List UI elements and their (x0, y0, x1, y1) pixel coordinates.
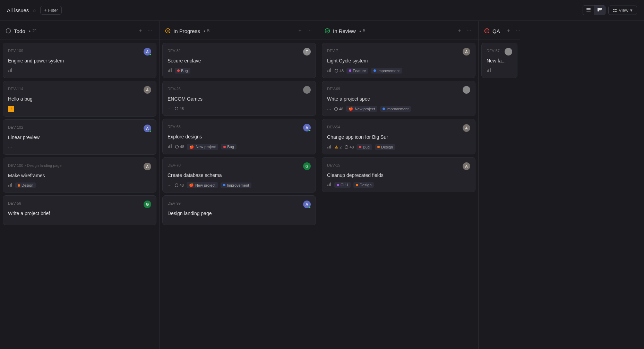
card-id: DEV-54 (327, 125, 340, 129)
card-id: DEV-109 (8, 49, 23, 53)
column-more-button[interactable]: ··· (306, 27, 313, 35)
card-header: DEV-68 A (168, 124, 311, 131)
svg-rect-3 (598, 8, 599, 11)
avatar: G (303, 162, 311, 170)
filter-button[interactable]: + Filter (40, 6, 62, 15)
column-count-inreview: ▲ 5 (359, 28, 366, 33)
avatar: A (303, 124, 311, 131)
card[interactable]: DEV-109 A Engine and power system (3, 43, 156, 78)
svg-rect-7 (615, 9, 617, 10)
column-cards-inreview: DEV-7 A Light Cycle system 48 Feature Im… (319, 40, 478, 349)
card-title: Write a project brief (8, 210, 151, 217)
bar-chart-icon (327, 144, 332, 150)
card-title: Engine and power system (8, 58, 151, 65)
svg-rect-25 (171, 144, 172, 148)
qa-status-icon (484, 28, 490, 34)
column-more-button[interactable]: ··· (514, 27, 520, 35)
avatar (303, 86, 311, 94)
column-title-qa: QA (492, 28, 500, 34)
card[interactable]: DEV-68 A Explore designs 48 🍎 New projec… (162, 119, 316, 154)
tag: Design (375, 144, 395, 150)
card-id: DEV-69 (327, 87, 340, 91)
card-id: DEV-32 (168, 49, 181, 53)
card-footer: ! 2 48 Bug Design (327, 144, 470, 150)
card[interactable]: DEV-32 T Secure enclave Bug (162, 43, 316, 78)
card-title: Write a project spec (327, 96, 470, 103)
card[interactable]: DEV-7 A Light Cycle system 48 Feature Im… (322, 43, 475, 78)
dots-icon: ··· (8, 145, 12, 150)
tag: 🍎 New project (187, 144, 218, 150)
card[interactable]: DEV-15 A Cleanup deprecated fields CLU D… (322, 157, 475, 193)
view-button[interactable]: View ▾ (608, 6, 637, 15)
card-footer: 48 Feature Improvement (327, 68, 470, 74)
card-title: Create database schema (168, 172, 311, 179)
card-title: Cleanup deprecated fields (327, 172, 470, 179)
card[interactable]: DEV-57 New fa... (481, 43, 517, 78)
add-card-button[interactable]: + (137, 27, 143, 35)
card-title: Hello a bug (8, 96, 151, 103)
card-title: Light Cycle system (327, 58, 470, 65)
card[interactable]: DEV-26 ENCOM Games ··· 48 (162, 81, 316, 116)
todo-status-icon (6, 28, 11, 34)
card[interactable]: DEV-69 Write a project spec ··· 48 🍎 New… (322, 81, 475, 117)
dots-icon: ··· (168, 106, 172, 111)
card-id: DEV-15 (327, 163, 340, 167)
topbar-right: View ▾ (583, 5, 637, 15)
svg-rect-21 (171, 68, 172, 72)
card-breadcrumb: › Design landing page (25, 163, 62, 168)
add-card-button[interactable]: + (297, 27, 303, 35)
svg-rect-6 (613, 9, 615, 10)
column-inreview: In Review ▲ 5 + ··· DEV-7 A Light Cycle … (319, 21, 479, 349)
card[interactable]: DEV-99 A Design landing page (162, 195, 316, 225)
cycle-icon: 48 (344, 145, 354, 149)
card[interactable]: DEV-70 G Create database schema ··· 48 🍎… (162, 157, 316, 193)
tag: 🍎 New project (346, 106, 377, 112)
inreview-status-icon (325, 28, 330, 34)
card[interactable]: DEV-114 A Hello a bug ! (3, 81, 156, 117)
card-footer: ··· 48 (168, 106, 311, 111)
card-header: DEV-26 (168, 86, 311, 94)
tag: Bug (175, 68, 190, 74)
svg-rect-4 (599, 8, 601, 10)
add-card-button[interactable]: + (456, 27, 462, 35)
column-more-button[interactable]: ··· (146, 27, 154, 35)
column-title-inprogress: In Progress (173, 28, 200, 34)
avatar: A (463, 124, 470, 132)
svg-rect-13 (11, 68, 12, 72)
column-more-button[interactable]: ··· (465, 27, 473, 35)
card-footer: ! (8, 106, 151, 112)
svg-rect-44 (487, 70, 488, 72)
tag: 🍎 New project (187, 182, 218, 188)
card[interactable]: DEV-100 › Design landing page A Make wir… (3, 158, 156, 193)
card-header: DEV-109 A (8, 48, 151, 56)
card-header: DEV-32 T (168, 48, 311, 56)
bar-chart-icon (168, 144, 172, 150)
card[interactable]: DEV-56 G Write a project brief (3, 195, 156, 225)
card[interactable]: DEV-102 A Linear preview ··· (3, 119, 156, 155)
svg-rect-23 (168, 146, 169, 148)
column-header-todo: Todo ▲ 21 + ··· (0, 21, 159, 40)
avatar: A (144, 48, 151, 56)
svg-rect-12 (10, 69, 11, 72)
svg-rect-16 (11, 183, 12, 187)
svg-rect-29 (327, 70, 328, 72)
card-id: DEV-57 (487, 49, 500, 53)
card-id: DEV-99 (168, 201, 181, 205)
view-label: View (619, 8, 628, 13)
svg-rect-14 (8, 185, 9, 187)
board-view-button[interactable] (594, 6, 605, 15)
card-footer: 48 🍎 New project Bug (168, 144, 311, 150)
column-header-actions: + ··· (456, 27, 473, 35)
tag: Bug (357, 144, 372, 150)
column-count-inprogress: ▲ 5 (203, 28, 210, 33)
list-view-button[interactable] (583, 6, 594, 15)
add-card-button[interactable]: + (506, 27, 512, 35)
bar-chart-icon (487, 68, 491, 74)
card[interactable]: DEV-54 A Change app icon for Big Sur ! 2… (322, 119, 475, 154)
bar-chart-icon (168, 68, 172, 74)
column-inprogress: In Progress ▲ 5 + ··· DEV-32 T Secure en… (160, 21, 319, 349)
card-header: DEV-69 (327, 86, 470, 94)
star-icon[interactable]: ☆ (32, 8, 37, 13)
svg-rect-0 (586, 8, 591, 9)
svg-rect-45 (488, 69, 489, 72)
